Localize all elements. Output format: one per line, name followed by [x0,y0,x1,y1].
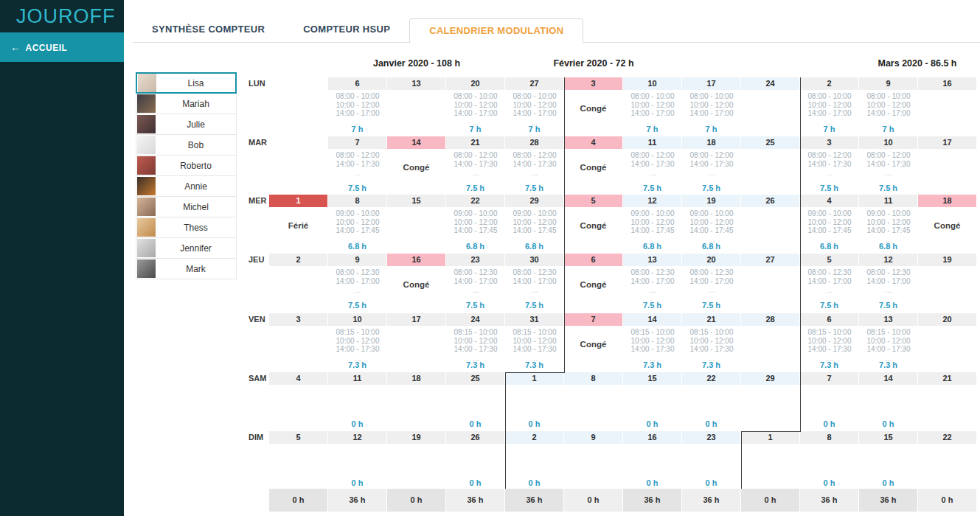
employee-row-jennifer[interactable]: Jennifer [136,237,237,259]
day-cell[interactable]: 5 [269,431,328,489]
day-cell[interactable]: 809:00 - 10:0010:00 - 12:0014:00 - 17:45… [328,195,387,252]
day-cell[interactable]: 1008:00 - 10:0010:00 - 12:0014:00 - 17:0… [623,77,682,135]
time-ranges: 08:00 - 10:0010:00 - 12:0014:00 - 17:00 [328,92,387,118]
employee-row-michel[interactable]: Michel [136,196,237,217]
day-cell[interactable]: 1408:15 - 10:0010:00 - 12:0014:00 - 17:3… [623,313,682,371]
day-cell[interactable]: 19 [387,431,446,489]
day-cell[interactable]: 21 [918,372,977,430]
day-cell[interactable]: 19 [918,254,977,311]
day-cell[interactable]: 1108:00 - 12:0014:00 - 17:30...7.5 h [623,136,682,194]
day-cell[interactable]: 250 h [446,372,505,430]
day-cell[interactable]: 20 [918,313,977,371]
day-cell[interactable]: 3008:00 - 12:3014:00 - 17:00...7.5 h [505,254,564,311]
day-cell[interactable]: 2108:15 - 10:0010:00 - 12:0014:00 - 17:3… [682,313,741,371]
day-cell[interactable]: 10 h [505,372,564,430]
day-cell[interactable]: 26 [741,195,800,252]
day-cell[interactable]: 25 [741,136,800,194]
day-cell[interactable]: 1Férié [269,195,328,252]
day-cell[interactable]: 14Congé [387,136,446,194]
day-cell[interactable]: 13 [387,77,446,135]
app-logo: JOUROFF [0,0,124,32]
day-cell[interactable]: 160 h [623,431,682,489]
day-cell[interactable]: 17 [918,136,977,194]
day-cell[interactable]: 1209:00 - 10:0010:00 - 12:0014:00 - 17:4… [623,195,682,252]
day-cell[interactable]: 1208:00 - 12:3014:00 - 17:00...7.5 h [859,254,918,311]
day-cell[interactable]: 22 [918,431,977,489]
day-cell[interactable]: 1808:00 - 12:0014:00 - 17:30...7.5 h [682,136,741,194]
day-cell[interactable]: 3108:15 - 10:0010:00 - 12:0014:00 - 17:3… [505,313,564,371]
day-cell[interactable]: 6Congé [564,254,623,311]
day-cell[interactable]: 8 [564,372,623,430]
day-cell[interactable]: 2308:00 - 12:3014:00 - 17:00...7.5 h [446,254,505,311]
day-cell[interactable]: 230 h [682,431,741,489]
day-cell[interactable]: 24 [741,77,800,135]
day-cell[interactable]: 1308:15 - 10:0010:00 - 12:0014:00 - 17:3… [859,313,918,371]
date-badge: 4 [564,136,622,149]
day-cell[interactable]: 260 h [446,431,505,489]
time-range: 14:00 - 17:00 [505,277,564,286]
tab-compteur-hsup[interactable]: COMPTEUR HSUP [284,18,409,42]
day-cell[interactable]: 17 [387,313,446,371]
day-cell[interactable]: 7Congé [564,313,623,371]
day-cell[interactable]: 908:00 - 10:0010:00 - 12:0014:00 - 17:00… [859,77,918,135]
employee-row-mariah[interactable]: Mariah [136,93,237,114]
day-cell[interactable]: 2708:00 - 10:0010:00 - 12:0014:00 - 17:0… [505,77,564,135]
day-cell[interactable]: 110 h [328,372,387,430]
day-cell[interactable]: 3 [269,313,328,371]
accueil-back-link[interactable]: ←ACCUEIL [0,32,124,62]
day-cell[interactable]: 18 [387,372,446,430]
day-cell[interactable]: 508:00 - 12:3014:00 - 17:00...7.5 h [800,254,859,311]
day-cell[interactable]: 29 [741,372,800,430]
employee-row-julie[interactable]: Julie [136,114,237,135]
day-cell[interactable]: 2008:00 - 10:0010:00 - 12:0014:00 - 17:0… [446,77,505,135]
day-cell[interactable]: 18Congé [918,195,977,252]
day-cell[interactable]: 908:00 - 12:3014:00 - 17:00...7.5 h [328,254,387,311]
day-cell[interactable]: 150 h [859,431,918,489]
day-cell[interactable]: 5Congé [564,195,623,252]
day-cell[interactable]: 4 [269,372,328,430]
employee-row-bob[interactable]: Bob [136,134,237,156]
day-cell[interactable]: 1909:00 - 10:0010:00 - 12:0014:00 - 17:4… [682,195,741,252]
day-cell[interactable]: 16 [918,77,977,135]
day-cell[interactable]: 80 h [800,431,859,489]
day-cell[interactable]: 3Congé [564,77,623,135]
day-cell[interactable]: 27 [741,254,800,311]
day-cell[interactable]: 70 h [800,372,859,430]
employee-row-roberto[interactable]: Roberto [136,155,237,176]
day-cell[interactable]: 2408:15 - 10:0010:00 - 12:0014:00 - 17:3… [446,313,505,371]
day-cell[interactable]: 15 [387,195,446,252]
day-cell[interactable]: 140 h [859,372,918,430]
day-cell[interactable]: 120 h [328,431,387,489]
day-cell[interactable]: 2108:00 - 12:0014:00 - 17:30...7.5 h [446,136,505,194]
day-cell[interactable]: 1 [741,431,800,489]
day-cell[interactable]: 708:00 - 12:0014:00 - 17:30...7.5 h [328,136,387,194]
employee-row-annie[interactable]: Annie [136,175,237,197]
day-cell[interactable]: 20 h [505,431,564,489]
day-cell[interactable]: 150 h [623,372,682,430]
day-cell[interactable]: 1708:00 - 10:0010:00 - 12:0014:00 - 17:0… [682,77,741,135]
day-cell[interactable]: 1008:15 - 10:0010:00 - 12:0014:00 - 17:3… [328,313,387,371]
day-cell[interactable]: 9 [564,431,623,489]
day-cell[interactable]: 2209:00 - 10:0010:00 - 12:0014:00 - 17:4… [446,195,505,252]
day-cell[interactable]: 308:00 - 12:0014:00 - 17:30...7.5 h [800,136,859,194]
tab-synthese-compteur[interactable]: SYNTHÈSE COMPTEUR [133,18,284,42]
employee-row-mark[interactable]: Mark [136,258,237,279]
day-cell[interactable]: 1109:00 - 10:0010:00 - 12:0014:00 - 17:4… [859,195,918,252]
day-cell[interactable]: 1008:00 - 12:0014:00 - 17:30...7.5 h [859,136,918,194]
day-cell[interactable]: 2008:00 - 12:3014:00 - 17:00...7.5 h [682,254,741,311]
day-cell[interactable]: 608:00 - 10:0010:00 - 12:0014:00 - 17:00… [328,77,387,135]
day-cell[interactable]: 208:00 - 10:0010:00 - 12:0014:00 - 17:00… [800,77,859,135]
day-cell[interactable]: 2 [269,254,328,311]
employee-row-lisa[interactable]: Lisa [136,72,237,94]
day-cell[interactable]: 4Congé [564,136,623,194]
day-cell[interactable]: 220 h [682,372,741,430]
day-cell[interactable]: 409:00 - 10:0010:00 - 12:0014:00 - 17:45… [800,195,859,252]
day-cell[interactable]: 1308:00 - 12:3014:00 - 17:00...7.5 h [623,254,682,311]
day-cell[interactable]: 2808:00 - 12:0014:00 - 17:30...7.5 h [505,136,564,194]
day-cell[interactable]: 608:15 - 10:0010:00 - 12:0014:00 - 17:30… [800,313,859,371]
day-cell[interactable]: 16Congé [387,254,446,311]
tab-calendrier-modulation[interactable]: CALENDRIER MODULATION [409,18,583,43]
day-cell[interactable]: 28 [741,313,800,371]
day-cell[interactable]: 2909:00 - 10:0010:00 - 12:0014:00 - 17:4… [505,195,564,252]
employee-row-thess[interactable]: Thess [136,217,237,238]
